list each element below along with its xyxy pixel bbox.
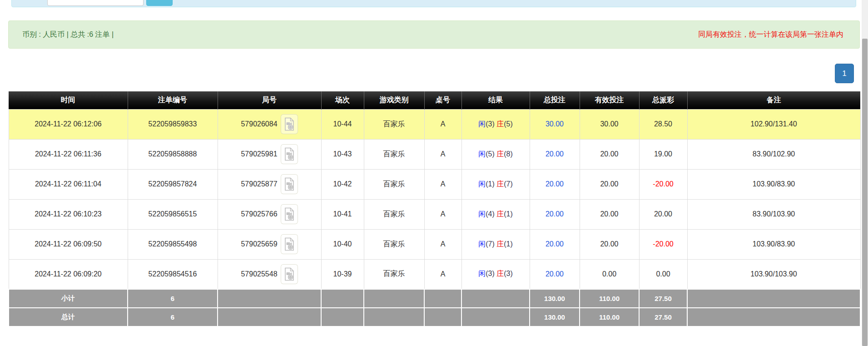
cell-table-no: A — [424, 199, 461, 229]
result-player-num: (4) — [486, 210, 495, 218]
video-file-icon — [284, 177, 295, 191]
filter-input[interactable] — [47, 0, 129, 6]
result-banker-num: (8) — [504, 150, 513, 158]
cell-total-bet: 20.00 — [530, 259, 580, 289]
cell-session: 10-44 — [321, 109, 364, 139]
filter-input-addon[interactable] — [129, 0, 144, 6]
round-id-wrap: 579025766 — [241, 204, 298, 224]
result-banker-label: 庄 — [496, 150, 504, 158]
result-player-num: (1) — [486, 180, 495, 188]
cell-session: 10-40 — [321, 229, 364, 259]
cell-game-type: 百家乐 — [364, 259, 424, 289]
result-banker-label: 庄 — [496, 270, 504, 277]
cell-session: 10-39 — [321, 259, 364, 289]
cell-result: 闲(4) 庄(1) — [461, 199, 530, 229]
video-replay-button[interactable] — [281, 234, 298, 254]
round-id-wrap: 579025548 — [241, 264, 298, 284]
cell-bet-id: 522059856515 — [128, 199, 218, 229]
cell-session: 10-43 — [321, 139, 364, 169]
cell-remark: 83.90/103.90 — [687, 199, 860, 229]
video-replay-button[interactable] — [281, 144, 298, 164]
column-header-10: 备注 — [687, 91, 860, 109]
total-bet-link[interactable]: 20.00 — [546, 180, 564, 188]
round-id-wrap: 579025981 — [241, 144, 298, 164]
cell-payout: 20.00 — [639, 199, 687, 229]
result-banker-num: (3) — [504, 270, 513, 277]
video-file-icon — [284, 117, 295, 131]
result-player-num: (3) — [486, 120, 495, 128]
cell-total-bet: 20.00 — [530, 169, 580, 199]
cell-round-id: 579025548 — [218, 259, 321, 289]
cell-valid-bet: 20.00 — [580, 139, 639, 169]
total-bet-link[interactable]: 20.00 — [546, 270, 564, 278]
cell-total-bet: 20.00 — [530, 139, 580, 169]
cell-time: 2024-11-22 06:11:36 — [9, 139, 128, 169]
round-id-wrap: 579025877 — [241, 174, 298, 194]
page-1-button[interactable]: 1 — [835, 64, 854, 83]
video-replay-button[interactable] — [281, 114, 298, 134]
table-row: 2024-11-22 06:09:50522059855498579025659… — [9, 229, 860, 259]
search-button[interactable] — [146, 0, 173, 6]
bet-records-table: 时间注单编号局号场次游戏类别桌号结果总投注有效投注总派彩备注 2024-11-2… — [8, 91, 861, 327]
scrollbar-thumb[interactable] — [862, 39, 868, 346]
cell-valid-bet: 20.00 — [580, 169, 639, 199]
cell-result: 闲(7) 庄(1) — [461, 229, 530, 259]
cell-payout: -20.00 — [639, 229, 687, 259]
cell-game-type: 百家乐 — [364, 199, 424, 229]
result-player-label: 闲 — [478, 240, 486, 248]
cell-result: 闲(3) 庄(5) — [461, 109, 530, 139]
cell-game-type: 百家乐 — [364, 109, 424, 139]
round-id-text: 579025659 — [241, 240, 277, 248]
video-file-icon — [284, 237, 295, 251]
cell-remark: 103.90/103.90 — [687, 259, 860, 289]
total-empty — [364, 308, 424, 326]
cell-table-no: A — [424, 169, 461, 199]
subtotal-empty — [424, 289, 461, 308]
video-replay-button[interactable] — [281, 264, 298, 284]
video-file-icon — [284, 207, 295, 221]
result-banker-num: (5) — [504, 120, 513, 128]
table-row: 2024-11-22 06:10:23522059856515579025766… — [9, 199, 860, 229]
total-label: 总计 — [9, 308, 128, 326]
column-header-4: 游戏类别 — [364, 91, 424, 109]
round-id-text: 579025877 — [241, 180, 277, 188]
total-empty — [461, 308, 530, 326]
result-banker-num: (1) — [504, 240, 513, 248]
total-bet-link[interactable]: 30.00 — [546, 120, 564, 128]
cell-bet-id: 522059858888 — [128, 139, 218, 169]
cell-payout: 28.50 — [639, 109, 687, 139]
table-row: 2024-11-22 06:12:06522059859833579026084… — [9, 109, 860, 139]
cell-remark: 103.90/83.90 — [687, 169, 860, 199]
bet-records-table-container: 时间注单编号局号场次游戏类别桌号结果总投注有效投注总派彩备注 2024-11-2… — [8, 91, 860, 327]
vertical-scrollbar[interactable] — [862, 0, 868, 346]
total-empty — [218, 308, 321, 326]
cell-result: 闲(5) 庄(8) — [461, 139, 530, 169]
result-banker-label: 庄 — [496, 180, 504, 188]
cell-result: 闲(3) 庄(3) — [461, 259, 530, 289]
table-row: 2024-11-22 06:09:20522059854516579025548… — [9, 259, 860, 289]
currency-summary-text: 币别 : 人民币 | 总共 :6 注单 | — [22, 30, 114, 40]
round-id-text: 579026084 — [241, 120, 277, 128]
cell-total-bet: 20.00 — [530, 229, 580, 259]
video-replay-button[interactable] — [281, 174, 298, 194]
subtotal-empty — [687, 289, 860, 308]
cell-time: 2024-11-22 06:12:06 — [9, 109, 128, 139]
subtotal-valid-bet: 110.00 — [580, 289, 639, 308]
result-player-label: 闲 — [478, 270, 486, 277]
total-bet-link[interactable]: 20.00 — [546, 210, 564, 218]
total-bet-link[interactable]: 20.00 — [546, 240, 564, 248]
video-replay-button[interactable] — [281, 204, 298, 224]
cell-payout: 0.00 — [639, 259, 687, 289]
video-file-icon — [284, 147, 295, 161]
subtotal-count: 6 — [128, 289, 218, 308]
subtotal-row: 小计6130.00110.0027.50 — [9, 289, 860, 308]
subtotal-label: 小计 — [9, 289, 128, 308]
valid-bet-notice: 同局有效投注，统一计算在该局第一张注单内 — [698, 30, 843, 40]
cell-round-id: 579025766 — [218, 199, 321, 229]
result-player-label: 闲 — [478, 150, 486, 158]
total-bet-link[interactable]: 20.00 — [546, 150, 564, 158]
result-player-label: 闲 — [478, 210, 486, 218]
cell-total-bet: 20.00 — [530, 199, 580, 229]
column-header-8: 有效投注 — [580, 91, 639, 109]
cell-remark: 83.90/102.90 — [687, 139, 860, 169]
